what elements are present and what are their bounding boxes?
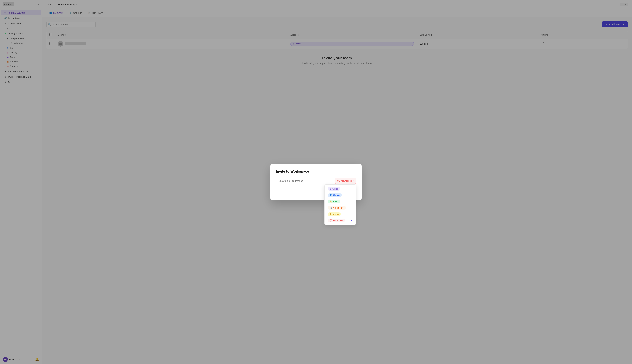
no-access-icon: 🚫 [337, 180, 340, 182]
dropdown-item-owner[interactable]: ⊛ Owner [326, 186, 355, 192]
owner-role-label: Owner [332, 188, 339, 190]
invite-modal: Invite to Workspace 🚫 No Access ▾ ⊛ Owne… [270, 164, 362, 200]
editor-role-icon: ✏️ [330, 200, 332, 203]
commenter-role-label: Commenter [333, 206, 344, 209]
commenter-role-icon: 💬 [330, 206, 332, 209]
owner-role-badge: ⊛ Owner [328, 187, 340, 190]
viewer-role-badge: 👁 Viewer [328, 212, 341, 216]
email-input[interactable] [276, 178, 333, 184]
dropdown-item-commenter[interactable]: 💬 Commenter [326, 205, 355, 211]
invite-form-row: 🚫 No Access ▾ ⊛ Owner 👤 [276, 178, 356, 184]
creator-role-icon: 👤 [330, 194, 332, 196]
noaccess-role-icon: 🚫 [330, 219, 332, 222]
dropdown-chevron-icon: ▾ [353, 180, 354, 182]
access-dropdown-label: No Access [341, 180, 352, 182]
modal-title: Invite to Workspace [276, 169, 356, 174]
editor-role-badge: ✏️ Editor [328, 200, 341, 203]
noaccess-role-badge: 🚫 No Access [328, 219, 345, 222]
editor-role-label: Editor [333, 200, 339, 203]
modal-overlay[interactable]: Invite to Workspace 🚫 No Access ▾ ⊛ Owne… [0, 0, 632, 364]
commenter-role-badge: 💬 Commenter [328, 206, 346, 210]
dropdown-item-editor[interactable]: ✏️ Editor [326, 198, 355, 205]
dropdown-item-viewer[interactable]: 👁 Viewer [326, 211, 355, 217]
access-dropdown-wrap: 🚫 No Access ▾ ⊛ Owner 👤 [335, 178, 356, 184]
viewer-role-icon: 👁 [330, 213, 332, 215]
creator-role-badge: 👤 Creator [328, 194, 342, 197]
owner-role-icon: ⊛ [330, 188, 331, 190]
access-dropdown-button[interactable]: 🚫 No Access ▾ [335, 178, 356, 184]
viewer-role-label: Viewer [333, 213, 339, 215]
dropdown-item-creator[interactable]: 👤 Creator [326, 192, 355, 198]
creator-role-label: Creator [333, 194, 340, 196]
noaccess-role-label: No Access [333, 219, 343, 222]
selected-check-icon: ✓ [351, 219, 353, 222]
dropdown-item-noaccess[interactable]: 🚫 No Access ✓ [326, 217, 355, 224]
access-dropdown-menu: ⊛ Owner 👤 Creator ✏️ Editor [325, 184, 356, 225]
